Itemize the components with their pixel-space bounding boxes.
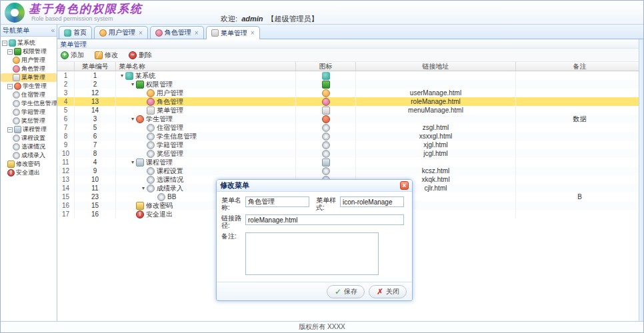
column-header-3[interactable]: 图标 [296,62,356,71]
row-number-cell: 8 [57,132,75,141]
sidebar-item-system[interactable]: −某系统 [1,39,57,47]
tab-home[interactable]: 首页 [59,26,92,39]
column-header-4[interactable]: 链接地址 [356,62,516,71]
column-header-1[interactable]: 菜单编号 [75,62,116,71]
table-row-dorm-manage[interactable]: 75住宿管理zsgl.html [57,123,643,132]
sidebar-item-score-entry[interactable]: 成绩录入 [1,151,57,160]
menu-name-input[interactable] [245,196,309,207]
menu-remark-cell [516,123,643,132]
save-button[interactable]: ✓保存 [327,285,365,298]
menu-remark-cell [516,175,643,184]
table-row-student-manage[interactable]: 63▾学生管理数据 [57,115,643,123]
vertical-scrollbar[interactable] [639,39,643,321]
dialog-header[interactable]: 修改菜单 × [217,180,412,192]
menu-icon-cell [296,97,356,106]
tree-expander-icon[interactable]: − [7,127,13,133]
table-row-student-status-manage[interactable]: 97学籍管理xjgl.html [57,141,643,149]
nav-tree: −某系统−权限管理用户管理角色管理菜单管理−学生管理住宿管理学生信息管理学籍管理… [1,37,57,321]
menu-id-cell: 3 [75,115,116,123]
table-row-system[interactable]: 11▾某系统 [57,71,643,80]
menu-style-input[interactable] [340,196,404,207]
tab-close-icon[interactable]: × [251,29,255,37]
row-number-cell: 9 [57,141,75,149]
username: admin [241,15,263,23]
tab-close-icon[interactable]: × [195,29,199,37]
sidebar-item-change-password[interactable]: 修改密码 [1,160,57,168]
edit-button[interactable]: ╱修改 [95,51,118,60]
tree-toggle-icon[interactable]: ▾ [129,159,136,165]
tab-menu-manage[interactable]: 菜单管理× [206,26,260,39]
tab-label: 首页 [73,28,87,37]
student-icon [14,83,21,90]
menu-name-label: 奖惩管理 [157,149,183,158]
table-row-course-setting[interactable]: 129课程设置kcsz.html [57,166,643,175]
sidebar-item-student-info-manage[interactable]: 学生信息管理 [1,99,57,108]
delete-button[interactable]: −删除 [129,51,152,60]
table-row-role-manage[interactable]: 413角色管理roleManage.html [57,97,643,106]
gear-icon [147,141,155,149]
sidebar-item-label: 用户管理 [21,56,45,65]
column-header-0[interactable] [57,62,75,71]
tab-close-icon[interactable]: × [139,29,143,37]
sidebar-item-role-manage[interactable]: 角色管理 [1,65,57,73]
sidebar-item-menu-manage[interactable]: 菜单管理 [1,73,57,82]
tree-toggle-icon[interactable]: ▾ [119,73,125,79]
menu-name-label: BB [167,193,176,200]
tree-expander-icon[interactable]: − [7,84,13,89]
menu-remark-cell [516,71,643,80]
sidebar-item-label: 选课情况 [21,143,45,151]
user-role-badge: 【超级管理员】 [267,15,319,23]
link-path-input[interactable] [245,214,404,225]
sidebar-item-label: 住宿管理 [21,91,45,99]
sidebar-item-course-manage[interactable]: −课程管理 [1,125,57,134]
sidebar-item-user-manage[interactable]: 用户管理 [1,56,57,65]
sidebar-item-student-manage[interactable]: −学生管理 [1,82,57,91]
sidebar-item-label: 角色管理 [21,65,45,73]
sidebar-item-perm-manage[interactable]: −权限管理 [1,47,57,56]
table-row-menu-manage[interactable]: 514菜单管理menuManage.html [57,106,643,115]
tree-toggle-icon[interactable]: ▾ [129,81,136,87]
sidebar-item-course-selection[interactable]: 选课情况 [1,143,57,151]
menu-name-label: 菜单管理 [157,106,183,115]
add-button[interactable]: +添加 [61,51,84,60]
sidebar-item-reward-punish-manage[interactable]: 奖惩管理 [1,117,57,125]
gear-icon [13,91,20,99]
dialog-body: 菜单名称: 菜单样式: 链接路径: 备注: [217,192,412,275]
close-button[interactable]: ✗关闭 [369,285,407,298]
menu-remark-cell [516,210,643,218]
gear-icon [13,135,20,142]
tree-toggle-icon[interactable]: ▾ [140,185,147,191]
dialog-close-icon[interactable]: × [400,181,409,190]
column-header-5[interactable]: 备注 [516,62,643,71]
table-row-perm-manage[interactable]: 22▾权限管理 [57,80,643,89]
column-header-2[interactable]: 菜单名称 [116,62,296,71]
table-row-reward-punish-manage[interactable]: 108奖惩管理jcgl.html [57,149,643,158]
table-row-course-manage[interactable]: 114▾课程管理 [57,158,643,166]
menu-name-cell: ▾课程管理 [116,158,296,166]
sidebar-item-dorm-manage[interactable]: 住宿管理 [1,91,57,99]
menu-name-label: 学生信息管理 [157,132,197,141]
menu-link-cell: jcgl.html [356,149,516,158]
sidebar-item-course-setting[interactable]: 课程设置 [1,134,57,143]
menu-remark-cell [516,149,643,158]
tab-user-manage[interactable]: 用户管理× [94,26,148,39]
tree-toggle-icon[interactable]: ▾ [129,116,136,122]
menu-name-cell: 奖惩管理 [116,149,296,158]
row-number-cell: 13 [57,175,75,184]
sidebar-item-student-status-manage[interactable]: 学籍管理 [1,108,57,117]
role-icon [147,98,155,106]
menu-style-label: 菜单样式: [316,196,340,211]
menu-link-cell: xjgl.html [356,141,516,149]
collapse-sidebar-icon[interactable]: « [51,27,55,34]
table-row-student-info-manage[interactable]: 86学生信息管理xsxxgl.html [57,132,643,141]
menu-name-cell: 学籍管理 [116,141,296,149]
tree-expander-icon[interactable]: − [2,41,7,46]
menu-name-label: 某系统 [135,71,155,80]
remark-textarea[interactable] [245,232,379,275]
sidebar-item-label: 学生信息管理 [21,99,57,108]
tree-expander-icon[interactable]: − [7,49,13,55]
sidebar-item-logout[interactable]: !安全退出 [1,168,57,177]
menu-id-cell: 12 [75,89,116,97]
table-row-user-manage[interactable]: 312用户管理userManage.html [57,89,643,97]
tab-role-manage[interactable]: 角色管理× [150,26,204,39]
